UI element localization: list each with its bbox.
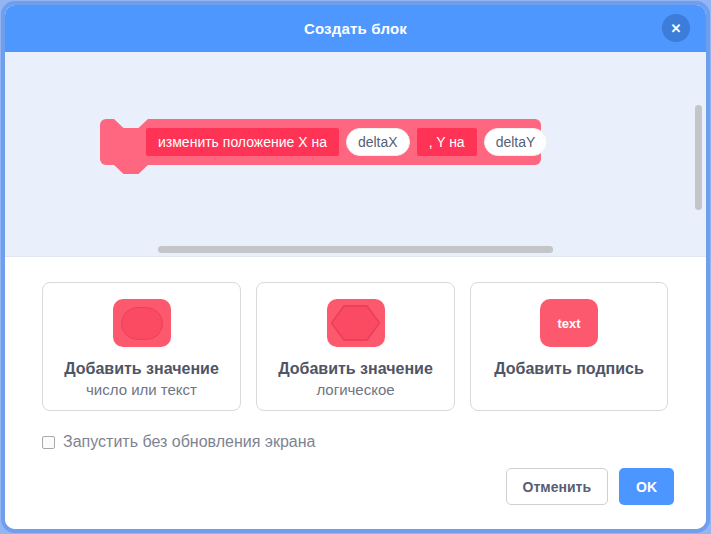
card-title: Добавить подпись: [494, 360, 644, 378]
text-label-icon-text: text: [557, 316, 580, 331]
cancel-button[interactable]: Отменить: [506, 468, 608, 505]
card-add-label[interactable]: text Добавить подпись: [470, 282, 668, 411]
ok-button[interactable]: OK: [619, 468, 674, 505]
card-title: Добавить значение: [278, 360, 433, 378]
block-number-input-deltaY[interactable]: deltaY: [484, 128, 548, 156]
block-top-notch: [114, 119, 148, 128]
close-icon: ✕: [671, 21, 682, 36]
card-subtitle: число или текст: [86, 381, 197, 398]
dialog-header: Создать блок ✕: [5, 5, 706, 52]
run-without-refresh-row: Запустить без обновления экрана: [42, 433, 674, 451]
close-button[interactable]: ✕: [662, 14, 690, 42]
add-option-cards: Добавить значение число или текст Добави…: [42, 282, 674, 411]
card-add-number-text-input[interactable]: Добавить значение число или текст: [42, 282, 241, 411]
horizontal-scrollbar-thumb[interactable]: [158, 246, 553, 253]
block-text-segment[interactable]: , Y на: [417, 128, 477, 156]
run-without-refresh-checkbox[interactable]: [42, 436, 55, 449]
round-input-icon: [113, 299, 171, 347]
card-add-boolean-input[interactable]: Добавить значение логическое: [256, 282, 455, 411]
boolean-input-icon: [327, 299, 385, 347]
vertical-scrollbar-thumb[interactable]: [695, 105, 702, 210]
dialog-footer: Отменить OK: [42, 468, 674, 505]
run-without-refresh-label: Запустить без обновления экрана: [63, 433, 315, 451]
block-number-input-deltaX[interactable]: deltaX: [346, 128, 410, 156]
text-label-icon: text: [540, 299, 598, 347]
card-title: Добавить значение: [64, 360, 219, 378]
block-preview-canvas[interactable]: изменить положение X на deltaX , Y на de…: [5, 52, 706, 257]
card-subtitle: логическое: [316, 381, 394, 398]
block-bottom-bump: [114, 165, 148, 174]
custom-block[interactable]: изменить положение X на deltaX , Y на de…: [100, 119, 541, 165]
create-block-dialog: Создать блок ✕ изменить положение X на d…: [1, 1, 710, 533]
dialog-body: Добавить значение число или текст Добави…: [5, 257, 706, 529]
dialog-title: Создать блок: [304, 20, 407, 37]
block-text-segment[interactable]: изменить положение X на: [146, 128, 339, 156]
